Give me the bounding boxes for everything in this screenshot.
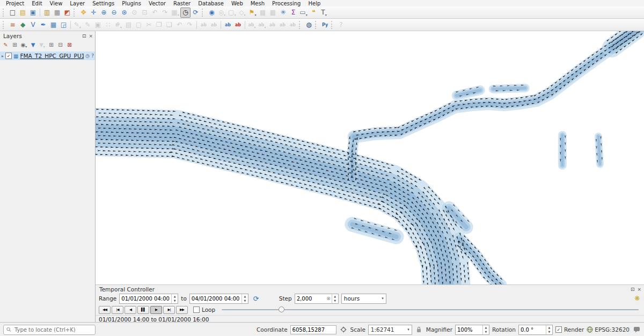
step-spinners[interactable]: ▲▼ xyxy=(332,294,338,303)
new-virtual-layer-button[interactable]: ◲ xyxy=(58,20,69,30)
new-project-button[interactable]: □ xyxy=(8,8,18,18)
temporal-panel-float-icon[interactable]: ⊡ xyxy=(631,287,635,292)
rotation-spinners[interactable]: ▲▼ xyxy=(546,325,552,334)
step-input[interactable] xyxy=(295,294,325,303)
spatial-bookmarks-dropdown-caret[interactable]: ▾ xyxy=(254,12,256,18)
text-annotation-dropdown-caret[interactable]: ▾ xyxy=(325,12,327,18)
scale-combo[interactable]: 1:62741 ▾ xyxy=(368,325,412,335)
toggle-unplaced-labels-button[interactable]: ab xyxy=(233,20,243,30)
new-print-layout-button[interactable]: ▥ xyxy=(42,8,52,18)
menu-processing[interactable]: Processing xyxy=(268,1,304,6)
layer-row[interactable]: ▸ ✓ ▦ FMA_T2_HPC_GPU_PU1_10 ◷ ? xyxy=(0,52,95,60)
open-project-button[interactable]: ▤ xyxy=(18,8,28,18)
range-end-spinners[interactable]: ▲▼ xyxy=(241,294,248,303)
new-map-view-dropdown-caret[interactable]: ▾ xyxy=(178,12,179,18)
current-edits-dropdown-caret[interactable]: ▾ xyxy=(79,25,81,30)
crs-button[interactable]: EPSG:32620 xyxy=(587,326,630,333)
locator-input[interactable] xyxy=(13,326,92,333)
render-checkbox[interactable]: ✓ xyxy=(555,326,562,333)
menu-raster[interactable]: Raster xyxy=(170,1,194,6)
layer-checkbox[interactable]: ✓ xyxy=(5,53,12,59)
menu-edit[interactable]: Edit xyxy=(28,1,46,6)
skip-to-end-button[interactable]: ▶| xyxy=(163,306,175,314)
processing-toolbox-button[interactable]: ✳ xyxy=(278,8,288,18)
new-mesh-layer-button[interactable]: ▦ xyxy=(48,20,58,30)
range-end-spinbox[interactable]: ▲▼ xyxy=(189,294,248,304)
menu-mesh[interactable]: Mesh xyxy=(247,1,268,6)
statistical-summary-button[interactable]: Σ xyxy=(288,8,298,18)
new-shapefile-layer-button[interactable]: V xyxy=(28,20,38,30)
coordinate-input[interactable] xyxy=(291,327,336,333)
range-start-spinners[interactable]: ▲▼ xyxy=(171,294,178,303)
skip-to-start-button[interactable]: |◀ xyxy=(112,306,123,314)
refresh-range-icon[interactable]: ⟳ xyxy=(251,294,261,303)
select-features-dropdown-caret[interactable]: ▾ xyxy=(235,12,236,18)
menu-web[interactable]: Web xyxy=(228,1,247,6)
fast-forward-button[interactable]: ▶▶ xyxy=(176,306,188,314)
rotation-spinbox[interactable]: ▲▼ xyxy=(518,325,553,335)
measure-dropdown-caret[interactable]: ▾ xyxy=(306,12,308,18)
pause-button[interactable]: ▌▌ xyxy=(137,306,149,314)
style-manager-button[interactable]: ◩ xyxy=(62,8,72,18)
locator-box[interactable] xyxy=(3,325,96,335)
filter-legend-by-expression-dropdown-caret[interactable]: ▾ xyxy=(43,44,45,49)
add-group-button[interactable]: ⊞ xyxy=(10,41,19,49)
pan-to-selection-button[interactable]: ✛ xyxy=(89,8,99,18)
scale-lock-icon[interactable] xyxy=(415,325,423,334)
manage-map-themes-button[interactable]: ◉▾ xyxy=(19,41,28,49)
filter-legend-button[interactable]: ▼ xyxy=(28,41,38,49)
menu-layer[interactable]: Layer xyxy=(66,1,89,6)
manage-map-themes-dropdown-caret[interactable]: ▾ xyxy=(25,44,27,49)
metasearch-button[interactable]: ◍ xyxy=(304,20,314,30)
menu-project[interactable]: Project xyxy=(2,1,28,6)
play-backward-button[interactable]: ◀ xyxy=(125,306,136,314)
layers-panel-float-icon[interactable]: ⊡ xyxy=(82,33,86,39)
map-canvas[interactable] xyxy=(96,31,644,284)
step-unit-combo[interactable]: hours ▾ xyxy=(341,294,386,304)
coordinate-extents-icon[interactable] xyxy=(339,325,348,334)
layout-manager-button[interactable]: ▦ xyxy=(52,8,62,18)
temporal-slider[interactable] xyxy=(222,305,639,314)
remove-layer-button[interactable]: ⊠ xyxy=(65,41,74,49)
pin-unpin-labels-dropdown-caret[interactable]: ▾ xyxy=(254,25,256,30)
layers-panel-close-icon[interactable]: × xyxy=(89,33,93,39)
run-feature-action-dropdown-caret[interactable]: ▾ xyxy=(224,12,225,18)
collapse-all-button[interactable]: ⊟ xyxy=(56,41,65,49)
step-clear-icon[interactable]: ⊗ xyxy=(325,294,332,303)
temporal-panel-close-icon[interactable]: × xyxy=(637,287,641,292)
magnifier-spinners[interactable]: ▲▼ xyxy=(482,325,489,334)
range-start-input[interactable] xyxy=(120,294,171,303)
spatial-bookmarks-button[interactable]: ⚑▾ xyxy=(247,8,258,18)
magnifier-spinbox[interactable]: ▲▼ xyxy=(455,325,489,335)
menu-database[interactable]: Database xyxy=(194,1,228,6)
zoom-out-button[interactable]: ⊖ xyxy=(109,8,119,18)
python-console-button[interactable]: Py xyxy=(320,20,330,30)
zoom-in-button[interactable]: ⊕ xyxy=(99,8,109,18)
magnifier-input[interactable] xyxy=(456,325,482,334)
text-annotation-button[interactable]: T▾ xyxy=(319,8,329,18)
coordinate-box[interactable] xyxy=(290,325,336,334)
layer-expand-arrow[interactable]: ▸ xyxy=(2,54,4,59)
pan-map-button[interactable]: ✥ xyxy=(78,8,89,18)
menu-view[interactable]: View xyxy=(46,1,67,6)
new-geopackage-layer-button[interactable]: ◆ xyxy=(18,20,28,30)
layer-name[interactable]: FMA_T2_HPC_GPU_PU1_10 xyxy=(20,53,84,59)
data-source-manager-button[interactable]: ≡ xyxy=(8,20,18,30)
step-spinbox[interactable]: ⊗ ▲▼ xyxy=(295,294,339,304)
vertex-tool-dropdown-caret[interactable]: ▾ xyxy=(120,25,122,30)
new-spatialite-layer-button[interactable]: ✒ xyxy=(38,20,48,30)
open-layer-styling-button[interactable]: ✎ xyxy=(1,41,10,49)
menu-settings[interactable]: Settings xyxy=(89,1,118,6)
menu-help[interactable]: Help xyxy=(304,1,324,6)
highlight-pinned-labels-button[interactable]: ab xyxy=(223,20,233,30)
messages-icon[interactable] xyxy=(632,325,641,334)
identify-features-button[interactable]: ◉ xyxy=(207,8,217,18)
loop-checkbox[interactable] xyxy=(193,306,200,313)
temporal-settings-gear-icon[interactable]: ❋ xyxy=(632,294,642,303)
measure-button[interactable]: ▭▾ xyxy=(298,8,309,18)
expand-all-button[interactable]: ⊞ xyxy=(47,41,56,49)
range-end-input[interactable] xyxy=(190,294,241,303)
rotation-input[interactable] xyxy=(519,325,546,334)
range-start-spinbox[interactable]: ▲▼ xyxy=(119,294,178,304)
deselect-features-dropdown-caret[interactable]: ▾ xyxy=(244,12,246,18)
